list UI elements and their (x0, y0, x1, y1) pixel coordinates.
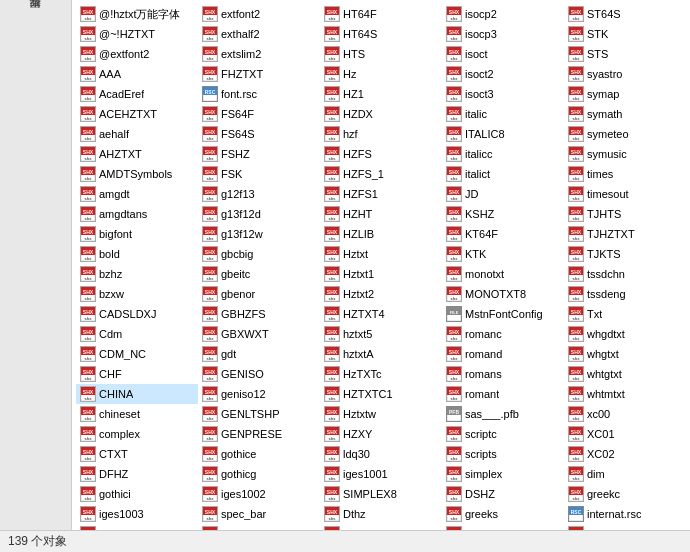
list-item[interactable]: SHX shx HZFS (320, 144, 442, 164)
list-item[interactable]: SHX shx STK (564, 24, 686, 44)
list-item[interactable]: SHX shx JD (442, 184, 564, 204)
list-item[interactable]: SHX shx GENISO (198, 364, 320, 384)
sidebar-item-library[interactable]: 影视库 (23, 10, 48, 26)
list-item[interactable]: SHX shx HZTXT4 (320, 304, 442, 324)
list-item[interactable]: SHX shx symusic (564, 144, 686, 164)
list-item[interactable]: SHX shx @extfont2 (76, 44, 198, 64)
list-item[interactable]: SHX shx CDM_NC (76, 344, 198, 364)
list-item[interactable]: SHX shx tssdeng (564, 284, 686, 304)
list-item[interactable]: SHX shx HZTXTC1 (320, 384, 442, 404)
list-item[interactable]: SHX shx iges1001 (320, 464, 442, 484)
list-item[interactable]: SHX shx FSHZ (198, 144, 320, 164)
list-item[interactable]: SHX shx HZ1 (320, 84, 442, 104)
list-item[interactable]: SHX shx romand (442, 344, 564, 364)
list-item[interactable]: SHX shx bzxw (76, 284, 198, 304)
list-item[interactable]: SHX shx HZFS_1 (320, 164, 442, 184)
list-item[interactable]: SHX shx spec_bar (198, 504, 320, 524)
list-item[interactable]: SHX shx geniso12 (198, 384, 320, 404)
list-item[interactable]: SHX shx italicc (442, 144, 564, 164)
list-item[interactable]: SHX shx HTS (320, 44, 442, 64)
list-item[interactable]: SHX shx isoct (442, 44, 564, 64)
list-item[interactable]: SHX shx bzhz (76, 264, 198, 284)
list-item[interactable]: SHX shx HT64F (320, 4, 442, 24)
list-item[interactable]: SHX shx AcadEref (76, 84, 198, 104)
list-item[interactable]: SHX shx syastro (564, 64, 686, 84)
list-item[interactable]: SHX shx gothice (198, 444, 320, 464)
list-item[interactable]: SHX shx TJKTS (564, 244, 686, 264)
list-item[interactable]: RSC internat.rsc (564, 504, 686, 524)
file-list-container[interactable]: SHX shx @!hztxt万能字体 SHX shx extfont2 SHX… (72, 0, 690, 530)
list-item[interactable]: SHX shx italict (442, 164, 564, 184)
list-item[interactable]: SHX shx ST64S (564, 4, 686, 24)
list-item[interactable]: FILE MstnFontConfig (442, 304, 564, 324)
list-item[interactable]: SHX shx MONOTXT8 (442, 284, 564, 304)
list-item[interactable]: SHX shx gothicg (198, 464, 320, 484)
list-item[interactable]: SHX shx gbcbig (198, 244, 320, 264)
list-item[interactable]: SHX shx greeks (442, 504, 564, 524)
list-item[interactable]: SHX shx HZDX (320, 104, 442, 124)
list-item[interactable]: SHX shx ldq30 (320, 444, 442, 464)
list-item[interactable]: SHX shx XC02 (564, 444, 686, 464)
list-item[interactable]: SHX shx italic (442, 104, 564, 124)
list-item[interactable]: SHX shx HT64S (320, 24, 442, 44)
list-item[interactable]: SHX shx bold (76, 244, 198, 264)
list-item[interactable]: SHX shx simplex (442, 464, 564, 484)
list-item[interactable]: SHX shx iges1002 (198, 484, 320, 504)
list-item[interactable]: SHX shx Dthz (320, 504, 442, 524)
list-item[interactable]: SHX shx FSK (198, 164, 320, 184)
list-item[interactable]: SHX shx amgdt (76, 184, 198, 204)
list-item[interactable]: SHX shx g13f12d (198, 204, 320, 224)
list-item[interactable]: SHX shx XC01 (564, 424, 686, 444)
list-item[interactable]: SHX shx FS64F (198, 104, 320, 124)
list-item[interactable]: SHX shx greekc (564, 484, 686, 504)
list-item[interactable]: SHX shx isoct3 (442, 84, 564, 104)
list-item[interactable]: SHX shx TJHTS (564, 204, 686, 224)
list-item[interactable]: SHX shx bigfont (76, 224, 198, 244)
list-item[interactable]: SHX shx amgdtans (76, 204, 198, 224)
list-item[interactable]: SHX shx KTK (442, 244, 564, 264)
list-item[interactable]: SHX shx xc00 (564, 404, 686, 424)
list-item[interactable]: SHX shx scripts (442, 444, 564, 464)
list-item[interactable]: SHX shx AHZTXT (76, 144, 198, 164)
list-item[interactable]: SHX shx TJHZTXT (564, 224, 686, 244)
list-item[interactable]: SHX shx hztxt5 (320, 324, 442, 344)
list-item[interactable]: SHX shx chineset (76, 404, 198, 424)
list-item[interactable]: SHX shx AAA (76, 64, 198, 84)
list-item[interactable]: SHX shx times (564, 164, 686, 184)
list-item[interactable]: SHX shx KSHZ (442, 204, 564, 224)
list-item[interactable]: SHX shx gdt (198, 344, 320, 364)
list-item[interactable]: SHX shx g13f12w (198, 224, 320, 244)
list-item[interactable]: SHX shx Hztxt (320, 244, 442, 264)
list-item[interactable]: SHX shx timesout (564, 184, 686, 204)
list-item[interactable]: RSC font.rsc (198, 84, 320, 104)
list-item[interactable]: SHX shx gothici (76, 484, 198, 504)
list-item[interactable]: SHX shx HZXY (320, 424, 442, 444)
list-item[interactable]: SHX shx Hztxt2 (320, 284, 442, 304)
list-item[interactable]: SHX shx GBHZFS (198, 304, 320, 324)
list-item[interactable]: SHX shx DFHZ (76, 464, 198, 484)
list-item[interactable]: SHX shx hztxtA (320, 344, 442, 364)
list-item[interactable]: PFB sas___.pfb (442, 404, 564, 424)
list-item[interactable]: SHX shx HZFS1 (320, 184, 442, 204)
list-item[interactable]: SHX shx Hztxt1 (320, 264, 442, 284)
list-item[interactable]: SHX shx GENPRESE (198, 424, 320, 444)
list-item[interactable]: SHX shx symap (564, 84, 686, 104)
list-item[interactable]: SHX shx CHF (76, 364, 198, 384)
list-item[interactable]: SHX shx Cdm (76, 324, 198, 344)
list-item[interactable]: SHX shx GBXWXT (198, 324, 320, 344)
list-item[interactable]: SHX shx dim (564, 464, 686, 484)
list-item[interactable]: SHX shx HzTXTc (320, 364, 442, 384)
list-item[interactable]: SHX shx hzf (320, 124, 442, 144)
list-item[interactable]: SHX shx scriptc (442, 424, 564, 444)
list-item[interactable]: SHX shx symeteo (564, 124, 686, 144)
list-item[interactable]: SHX shx Hz (320, 64, 442, 84)
list-item[interactable]: SHX shx DSHZ (442, 484, 564, 504)
list-item[interactable]: SHX shx FHZTXT (198, 64, 320, 84)
list-item[interactable]: SHX shx whtmtxt (564, 384, 686, 404)
list-item[interactable]: SHX shx isocp3 (442, 24, 564, 44)
list-item[interactable]: SHX shx AMDTSymbols (76, 164, 198, 184)
list-item[interactable]: SHX shx KT64F (442, 224, 564, 244)
list-item[interactable]: SHX shx whtgtxt (564, 364, 686, 384)
list-item[interactable]: SHX shx ACEHZTXT (76, 104, 198, 124)
list-item[interactable]: SHX shx CTXT (76, 444, 198, 464)
